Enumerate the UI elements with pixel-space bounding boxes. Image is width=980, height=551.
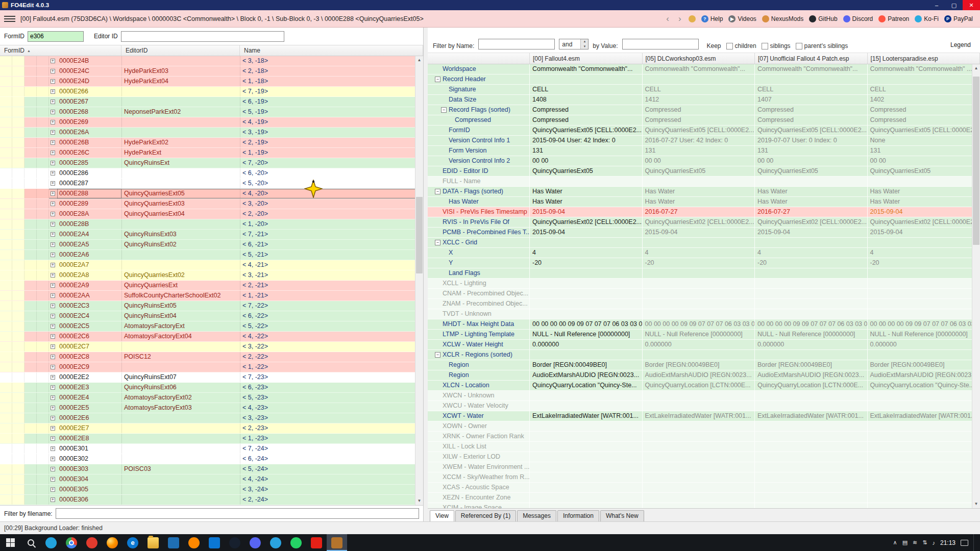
record-row[interactable]: +0000E28AQuincyQuarriesExt04< 2, -20> (0, 209, 423, 219)
tray-icon[interactable]: ▤ (902, 539, 908, 546)
record-row[interactable]: +0000E2A7< 4, -21> (0, 260, 423, 270)
record-row[interactable]: +0000E2C9< 1, -22> (0, 362, 423, 372)
record-row[interactable]: +0000E306< 2, -24> (0, 495, 423, 505)
taskbar-fo4edit-icon[interactable] (327, 534, 347, 551)
expand-icon[interactable]: + (51, 140, 55, 145)
start-button[interactable] (0, 534, 20, 551)
scroll-down-icon[interactable]: ▼ (415, 497, 423, 505)
detail-row[interactable]: Version Control Info 12015-09-04 User: 4… (428, 136, 980, 146)
keep-parent-s-siblings-option[interactable]: parent's siblings (796, 42, 848, 49)
record-row[interactable]: +0000E303POISC03< 5, -24> (0, 464, 423, 474)
detail-row[interactable]: TVDT - Unknown (428, 309, 980, 319)
detail-row[interactable]: CNAM - Precombined Objec... (428, 289, 980, 299)
detail-row[interactable]: WorldspaceCommonwealth "Commonwealth"...… (428, 64, 980, 74)
detail-row[interactable]: XCLL - Lighting (428, 279, 980, 289)
scroll-thumb[interactable] (973, 77, 979, 245)
taskbar-vlc-icon[interactable] (184, 534, 204, 551)
detail-row[interactable]: Land Flags (428, 268, 980, 279)
expand-icon[interactable]: + (51, 457, 55, 461)
clock[interactable]: 21:13 (940, 539, 955, 546)
taskbar-explorer-icon[interactable] (143, 534, 163, 551)
expand-icon[interactable]: + (51, 487, 55, 492)
detail-row[interactable]: XWCU - Water Velocity (428, 401, 980, 411)
detail-row[interactable]: XCAS - Acoustic Space (428, 483, 980, 493)
record-row[interactable]: +0000E2E2QuincyRuinsExt07< 7, -23> (0, 372, 423, 383)
by-value-input[interactable] (622, 39, 699, 49)
expand-icon[interactable]: + (51, 395, 55, 400)
record-row[interactable]: +0000E2E4AtomatoysFactoryExt02< 5, -23> (0, 393, 423, 403)
detail-row[interactable]: XEZN - Encounter Zone (428, 493, 980, 503)
checkbox[interactable] (762, 43, 768, 49)
record-row[interactable]: +0000E2A8QuincyQuarriesExt02< 3, -21> (0, 270, 423, 281)
expand-icon[interactable]: + (51, 436, 55, 441)
taskbar-discord-icon[interactable] (245, 534, 265, 551)
tab-view[interactable]: View (430, 510, 454, 521)
record-row[interactable]: +0000E2C5AtomatoysFactoryExt< 5, -22> (0, 321, 423, 332)
tab-what-s-new[interactable]: What's New (600, 510, 644, 521)
taskbar-store-icon[interactable] (204, 534, 225, 551)
detail-row[interactable]: PCMB - PreCombined Files T...2015-09-042… (428, 228, 980, 238)
detail-row[interactable]: FormIDQuincyQuarriesExt05 [CELL:0000E2..… (428, 126, 980, 136)
collapse-icon[interactable]: − (441, 107, 447, 113)
taskbar-edge-icon[interactable]: e (122, 534, 143, 551)
record-row[interactable]: +0000E266< 7, -19> (0, 87, 423, 97)
record-row[interactable]: +0000E269< 4, -19> (0, 117, 423, 128)
back-arrow-icon[interactable]: ‹ (664, 15, 671, 22)
column-header-plugin-3[interactable]: [15] Lootersparadise.esp (868, 53, 980, 64)
taskbar-whatsapp-icon[interactable] (286, 534, 306, 551)
detail-row[interactable]: XILL - Lock List (428, 442, 980, 452)
expand-icon[interactable]: + (51, 202, 55, 206)
detail-row[interactable]: SignatureCELLCELLCELLCELL (428, 85, 980, 95)
minimize-button[interactable]: – (928, 0, 945, 10)
expand-icon[interactable]: + (51, 191, 55, 196)
taskbar-telegram-icon[interactable] (265, 534, 286, 551)
expand-icon[interactable]: + (51, 242, 55, 247)
record-row[interactable]: +0000E2C7< 3, -22> (0, 342, 423, 352)
detail-row[interactable]: MHDT - Max Height Data00 00 00 00 09 09 … (428, 319, 980, 330)
expand-icon[interactable]: + (51, 477, 55, 482)
navlink-discord[interactable]: Discord (843, 15, 873, 22)
scroll-thumb[interactable] (416, 197, 423, 273)
scroll-down-icon[interactable]: ▼ (972, 500, 980, 508)
expand-icon[interactable]: + (51, 171, 55, 176)
menu-icon[interactable] (4, 15, 15, 23)
record-row[interactable]: +0000E2E6< 3, -23> (0, 413, 423, 423)
expand-icon[interactable]: + (51, 426, 55, 431)
taskbar-youtube-icon[interactable] (306, 534, 327, 551)
record-row[interactable]: +0000E24CHydeParkExt03< 2, -18> (0, 66, 423, 77)
expand-icon[interactable]: + (51, 253, 55, 257)
record-row[interactable]: +0000E302< 6, -24> (0, 454, 423, 464)
tab-messages[interactable]: Messages (517, 510, 556, 521)
expand-icon[interactable]: + (51, 355, 55, 359)
detail-row[interactable]: Y-20-20-20-20 (428, 258, 980, 268)
record-row[interactable]: +0000E268NeponsetParkExt02< 5, -19> (0, 107, 423, 117)
expand-icon[interactable]: + (51, 212, 55, 216)
records-scrollbar[interactable]: ▲ ▼ (415, 56, 423, 505)
maximize-button[interactable]: ▢ (945, 0, 963, 10)
navlink-nexusmods[interactable]: NexusMods (762, 15, 803, 22)
expand-icon[interactable]: + (51, 365, 55, 369)
expand-icon[interactable]: + (51, 314, 55, 318)
expand-icon[interactable]: + (51, 263, 55, 267)
details-scrollbar[interactable]: ▲ ▼ (972, 64, 980, 508)
tray-icon[interactable]: ⇅ (922, 539, 927, 546)
scroll-up-icon[interactable]: ▲ (972, 64, 980, 72)
scroll-up-icon[interactable]: ▲ (415, 56, 423, 64)
detail-row[interactable]: −Record Header (428, 74, 980, 85)
keep-siblings-option[interactable]: siblings (762, 42, 791, 49)
navlink-videos[interactable]: ▶Videos (728, 15, 756, 22)
column-header-formid[interactable]: FormID ▲ (0, 45, 121, 56)
expand-icon[interactable]: + (51, 416, 55, 420)
record-row[interactable]: +0000E288QuincyQuarriesExt05< 4, -20> (0, 189, 423, 199)
detail-row[interactable]: XCLW - Water Height0.0000000.0000000.000… (428, 340, 980, 350)
tab-referenced-by-1[interactable]: Referenced By (1) (455, 510, 516, 521)
navlink-help[interactable]: ?Help (701, 15, 723, 22)
expand-icon[interactable]: + (51, 232, 55, 237)
record-row[interactable]: +0000E2C4QuincyRuinsExt04< 6, -22> (0, 311, 423, 321)
expand-icon[interactable]: + (51, 304, 55, 308)
navlink-folder[interactable] (689, 15, 696, 22)
detail-row[interactable]: RVIS - In PreVis File OfQuincyQuarriesEx… (428, 217, 980, 228)
record-row[interactable]: +0000E2C6AtomatoysFactoryExt04< 4, -22> (0, 332, 423, 342)
record-row[interactable]: +0000E2E5AtomatoysFactoryExt03< 4, -23> (0, 403, 423, 413)
column-header-plugin-1[interactable]: [05] DLCworkshop03.esm (643, 53, 755, 64)
